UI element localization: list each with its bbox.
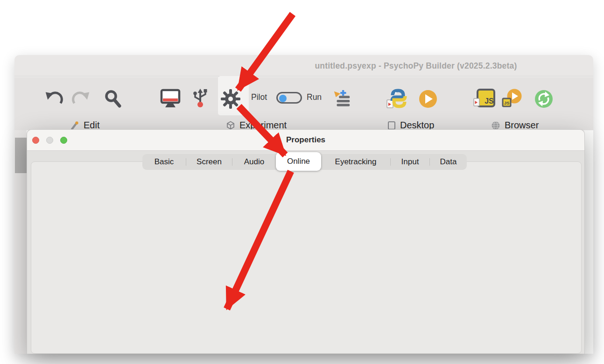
dialog-title: Properties — [27, 135, 584, 145]
tab-online[interactable]: Online — [276, 152, 321, 171]
svg-text:JS: JS — [485, 97, 494, 105]
pilot-run-toggle[interactable] — [276, 92, 302, 104]
sync-button[interactable] — [534, 89, 554, 109]
globe-icon — [491, 121, 500, 130]
experiment-settings-button[interactable] — [220, 89, 241, 109]
tab-input[interactable]: Input — [391, 154, 429, 170]
monitor-icon — [160, 89, 181, 110]
run-python-button[interactable] — [418, 89, 438, 109]
play-icon — [418, 89, 438, 109]
undo-icon — [44, 90, 64, 108]
new-routine-button[interactable] — [332, 88, 351, 109]
svg-text:JS: JS — [504, 100, 510, 105]
compile-python-button[interactable] — [386, 88, 407, 109]
monitor-center-button[interactable] — [160, 88, 181, 110]
tab-basic[interactable]: Basic — [142, 154, 186, 170]
tab-content-panel — [31, 161, 582, 354]
redo-button[interactable] — [71, 89, 91, 109]
toggle-knob — [279, 95, 287, 102]
window-title: untitled.psyexp - PsychoPy Builder (v202… — [276, 61, 556, 71]
python-icon — [386, 89, 407, 109]
undo-button[interactable] — [44, 89, 64, 109]
components-panel-block — [15, 138, 27, 173]
screenshot-stage: untitled.psyexp - PsychoPy Builder (v202… — [0, 0, 604, 364]
builder-toolbar: Pilot Run — [14, 77, 593, 130]
tab-eyetracking[interactable]: Eyetracking — [321, 154, 390, 170]
usb-icon — [190, 88, 211, 110]
tab-data[interactable]: Data — [430, 154, 467, 170]
run-js-button[interactable]: JS — [501, 89, 523, 108]
pilot-label: Pilot — [251, 92, 267, 102]
settings-tabbar: Basic Screen Audio Online Eyetracking In… — [142, 154, 467, 170]
dialog-titlebar: Properties — [27, 130, 584, 151]
run-label: Run — [307, 92, 322, 102]
devices-button[interactable] — [190, 88, 211, 110]
tab-screen[interactable]: Screen — [186, 154, 232, 170]
gear-icon — [220, 89, 241, 109]
redo-icon — [71, 90, 91, 108]
builder-titlebar: untitled.psyexp - PsychoPy Builder (v202… — [14, 55, 593, 77]
js-file-icon: JS — [473, 89, 495, 108]
find-button[interactable] — [103, 89, 123, 109]
routine-list-icon — [332, 89, 351, 109]
cube-icon — [226, 121, 235, 130]
properties-dialog: Properties Basic Screen Audio Online Eye… — [27, 129, 585, 354]
search-icon — [103, 89, 123, 109]
compile-js-button[interactable]: JS — [473, 89, 495, 108]
sync-icon — [534, 89, 554, 109]
components-panel-edge — [14, 130, 27, 354]
window-icon — [387, 121, 396, 130]
js-play-icon: JS — [501, 89, 523, 108]
tab-audio[interactable]: Audio — [232, 154, 276, 170]
